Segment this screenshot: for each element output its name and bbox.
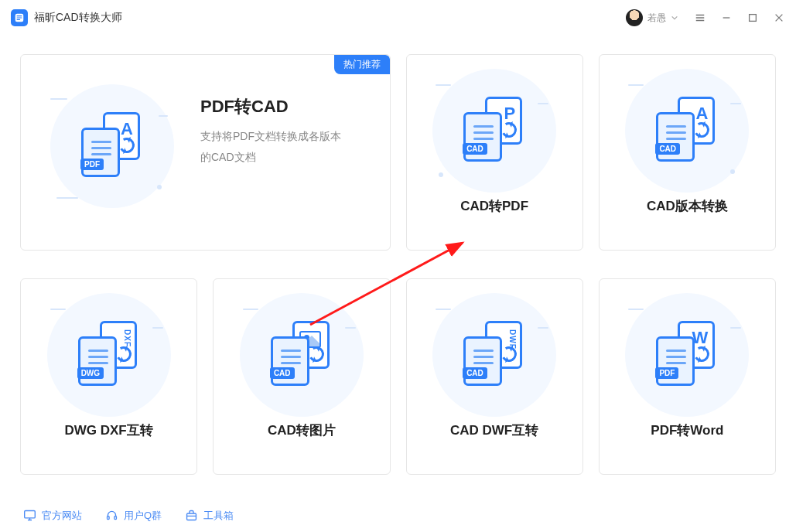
headset-icon (105, 509, 118, 522)
card-grid: 热门推荐 A PDF PDF转CAD 支持将PDF文档转换成各版本的CAD文档 (20, 54, 776, 251)
card-pdf-to-cad[interactable]: 热门推荐 A PDF PDF转CAD 支持将PDF文档转换成各版本的CAD文档 (20, 54, 391, 251)
app-title: 福昕CAD转换大师 (34, 11, 122, 25)
close-button[interactable] (773, 12, 785, 24)
card-illustration: DWF CAD (425, 285, 564, 425)
card-illustration: A PDF (43, 77, 182, 216)
menu-button[interactable] (694, 12, 706, 24)
titlebar: 福昕CAD转换大师 若愚 (0, 0, 796, 36)
svg-rect-5 (114, 516, 117, 519)
card-desc: 支持将PDF文档转换成各版本的CAD文档 (200, 126, 347, 167)
card-grid-row2: DXF DWG DWG DXF互转 CAD CAD转图片 (20, 278, 776, 475)
maximize-button[interactable] (746, 12, 759, 24)
svg-rect-6 (187, 513, 196, 520)
card-cad-to-image[interactable]: CAD CAD转图片 (213, 278, 390, 475)
toolbox-icon (185, 509, 198, 522)
footer-official-site[interactable]: 官方网站 (23, 509, 82, 523)
card-illustration: W PDF (617, 285, 757, 425)
user-name: 若愚 (647, 12, 666, 25)
window-controls (694, 12, 785, 24)
footer-label: 用户Q群 (124, 509, 162, 523)
card-title: PDF转CAD (200, 95, 374, 118)
card-illustration: DXF DWG (39, 285, 179, 425)
app-logo-icon (11, 9, 28, 26)
avatar-icon (626, 9, 643, 26)
card-cad-to-pdf[interactable]: P CAD CAD转PDF (406, 54, 583, 251)
badge-hot: 热门推荐 (334, 55, 390, 74)
title-right: 若愚 (626, 9, 785, 26)
footer-toolbox[interactable]: 工具箱 (185, 509, 234, 523)
card-dwg-dxf[interactable]: DXF DWG DWG DXF互转 (20, 278, 197, 475)
card-illustration: A CAD (617, 61, 757, 200)
footer-label: 工具箱 (203, 509, 234, 523)
user-menu[interactable]: 若愚 (626, 9, 678, 26)
chevron-down-icon (671, 14, 678, 22)
card-cad-version[interactable]: A CAD CAD版本转换 (599, 54, 776, 251)
card-illustration: P CAD (425, 61, 564, 200)
card-pdf-to-word[interactable]: W PDF PDF转Word (599, 278, 776, 475)
minimize-button[interactable] (720, 12, 733, 24)
monitor-icon (23, 509, 36, 522)
title-left: 福昕CAD转换大师 (11, 9, 122, 26)
svg-rect-1 (750, 15, 757, 22)
footer: 官方网站 用户Q群 工具箱 (0, 498, 796, 532)
footer-label: 官方网站 (42, 509, 82, 523)
card-cad-dwf[interactable]: DWF CAD CAD DWF互转 (406, 278, 583, 475)
footer-q-group[interactable]: 用户Q群 (105, 509, 162, 523)
svg-rect-3 (25, 511, 36, 518)
svg-rect-4 (108, 516, 110, 519)
main: 热门推荐 A PDF PDF转CAD 支持将PDF文档转换成各版本的CAD文档 (0, 36, 796, 475)
card-illustration: CAD (232, 285, 371, 425)
